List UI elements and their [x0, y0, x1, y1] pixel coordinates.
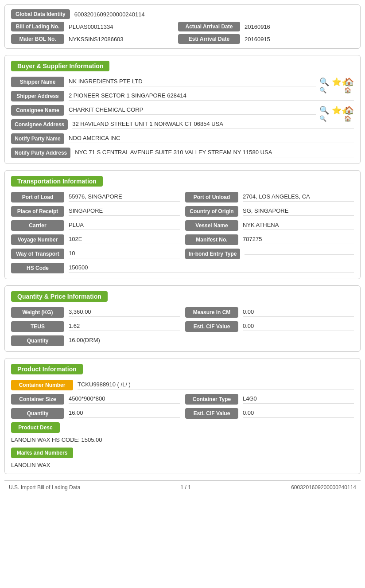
- manifest-no-col: Manifest No. 787275: [185, 234, 354, 245]
- mater-bol-value: NYKSSINS12086603: [69, 36, 178, 43]
- notify-party-address-value: NYC 71 S CENTRAL AVENUE SUITE 310 VALLEY…: [75, 149, 354, 157]
- notify-party-address-row: Notify Party Address NYC 71 S CENTRAL AV…: [11, 148, 354, 158]
- weight-kg-col: Weight (KG) 3,360.00: [11, 307, 180, 318]
- quantity-row: Quantity 16.00(DRM): [11, 335, 354, 346]
- country-of-origin-value: SG, SINGAPORE: [243, 207, 354, 216]
- quantity-label: Quantity: [11, 335, 64, 346]
- place-of-receipt-col: Place of Receipt SINGAPORE: [11, 206, 180, 217]
- product-quantity-cif-row: Quantity 16.00 Esti. CIF Value 0.00: [11, 408, 354, 419]
- product-desc-label-row: Product Desc: [11, 422, 354, 433]
- esti-cif-col: Esti. CIF Value 0.00: [185, 321, 354, 332]
- notify-party-name-label: Notify Party Name: [11, 133, 64, 144]
- esti-arrival-date-label: Esti Arrival Date: [178, 34, 240, 44]
- hs-code-row: HS Code 150500: [11, 263, 354, 273]
- shipper-address-row: Shipper Address 2 PIONEER SECTOR 1 SINGA…: [11, 91, 354, 101]
- port-row: Port of Load 55976, SINGAPORE Port of Un…: [11, 192, 354, 202]
- search-icon[interactable]: 🔍: [319, 77, 329, 87]
- shipper-name-value: NK INGREDIENTS PTE LTD: [69, 78, 316, 86]
- way-of-transport-col: Way of Transport 10: [11, 249, 180, 259]
- product-desc-value: LANOLIN WAX HS CODE: 1505.00: [11, 436, 354, 443]
- mater-bol-label: Mater BOL No.: [11, 34, 64, 44]
- container-number-row: Container Number TCKU9988910 ( /L/ ): [11, 380, 354, 390]
- footer: U.S. Import Bill of Lading Data 1 / 1 60…: [4, 480, 361, 494]
- vessel-name-label: Vessel Name: [185, 220, 238, 231]
- country-of-origin-label: Country of Origin: [185, 206, 238, 217]
- header-section: Global Data Identity 6003201609200000240…: [4, 4, 361, 49]
- weight-kg-label: Weight (KG): [11, 307, 64, 318]
- consignee-search-icon[interactable]: 🔍: [319, 105, 329, 115]
- carrier-value: PLUA: [69, 222, 180, 230]
- voyage-manifest-row: Voyage Number 102E Manifest No. 787275: [11, 234, 354, 245]
- container-size-label: Container Size: [11, 394, 64, 405]
- marks-and-numbers-label: Marks and Numbers: [11, 448, 73, 458]
- page-wrapper: Global Data Identity 6003201609200000240…: [0, 0, 365, 588]
- global-data-row: Global Data Identity 6003201609200000240…: [11, 9, 354, 19]
- receipt-origin-row: Place of Receipt SINGAPORE Country of Or…: [11, 206, 354, 217]
- vessel-name-col: Vessel Name NYK ATHENA: [185, 220, 354, 231]
- footer-left: U.S. Import Bill of Lading Data: [9, 484, 80, 491]
- consignee-star-icon[interactable]: ⭐: [332, 105, 342, 115]
- consignee-address-row: Consignee Address 32 HAVILAND STREET UNI…: [11, 119, 354, 130]
- quantity-price-section: Quantity & Price Information Weight (KG)…: [4, 285, 361, 352]
- global-data-value: 6003201609200000240114: [74, 11, 354, 18]
- teus-value: 1.62: [69, 323, 180, 331]
- shipper-name-label: Shipper Name: [11, 77, 64, 87]
- footer-center: 1 / 1: [181, 484, 191, 491]
- manifest-no-value: 787275: [243, 236, 354, 244]
- esti-arrival-date-value: 20160915: [245, 36, 354, 43]
- quantity-value: 16.00(DRM): [69, 337, 354, 345]
- container-type-col: Container Type L4G0: [185, 394, 354, 405]
- container-size-type-row: Container Size 4500*900*800 Container Ty…: [11, 394, 354, 405]
- consignee-home-icon[interactable]: 🏠: [344, 105, 354, 115]
- way-of-transport-label: Way of Transport: [11, 249, 64, 259]
- actual-arrival-date-label: Actual Arrival Date: [178, 22, 240, 31]
- home-icon[interactable]: 🏠: [344, 77, 354, 87]
- transportation-section: Transportation Information Port of Load …: [4, 170, 361, 279]
- notify-party-name-row: Notify Party Name NDO AMERICA INC: [11, 133, 354, 144]
- notify-party-name-value: NDO AMERICA INC: [69, 135, 354, 143]
- product-title: Product Information: [11, 364, 83, 374]
- teus-label: TEUS: [11, 321, 64, 332]
- in-bond-entry-value: [245, 253, 354, 255]
- port-of-load-col: Port of Load 55976, SINGAPORE: [11, 192, 180, 202]
- shipper-name-row: Shipper Name NK INGREDIENTS PTE LTD 🔍 ⭐ …: [11, 77, 354, 87]
- weight-kg-value: 3,360.00: [69, 308, 180, 317]
- container-number-label: Container Number: [11, 380, 73, 390]
- port-of-unload-col: Port of Unload 2704, LOS ANGELES, CA: [185, 192, 354, 202]
- consignee-address-value: 32 HAVILAND STREET UNIT 1 NORWALK CT 068…: [72, 121, 354, 129]
- product-quantity-col: Quantity 16.00: [11, 408, 180, 419]
- mater-bol-row: Mater BOL No. NYKSSINS12086603 Esti Arri…: [11, 34, 354, 44]
- way-inbond-row: Way of Transport 10 In-bond Entry Type: [11, 249, 354, 259]
- place-of-receipt-value: SINGAPORE: [69, 207, 180, 216]
- hs-code-label: HS Code: [11, 263, 64, 273]
- buyer-supplier-title: Buyer & Supplier Information: [11, 61, 109, 71]
- measure-in-cm-col: Measure in CM 0.00: [185, 307, 354, 318]
- product-esti-cif-value: 0.00: [243, 409, 354, 418]
- container-type-value: L4G0: [243, 395, 354, 404]
- hs-code-value: 150500: [69, 264, 354, 273]
- voyage-number-col: Voyage Number 102E: [11, 234, 180, 245]
- star-icon[interactable]: ⭐: [332, 77, 342, 87]
- bill-of-lading-value: PLUAS00011334: [69, 23, 178, 30]
- measure-in-cm-value: 0.00: [243, 308, 354, 317]
- esti-cif-value: 0.00: [243, 323, 354, 331]
- in-bond-entry-col: In-bond Entry Type: [185, 249, 354, 259]
- bill-of-lading-row: Bill of Lading No. PLUAS00011334 Actual …: [11, 22, 354, 31]
- carrier-col: Carrier PLUA: [11, 220, 180, 231]
- product-quantity-label: Quantity: [11, 408, 64, 419]
- actual-arrival-date-value: 20160916: [245, 23, 354, 30]
- consignee-name-value: CHARKIT CHEMICAL CORP: [69, 106, 316, 115]
- notify-party-address-label: Notify Party Address: [11, 148, 70, 158]
- measure-in-cm-label: Measure in CM: [185, 307, 238, 318]
- port-of-unload-label: Port of Unload: [185, 192, 238, 202]
- buyer-supplier-section: Buyer & Supplier Information Shipper Nam…: [4, 55, 361, 164]
- carrier-vessel-row: Carrier PLUA Vessel Name NYK ATHENA: [11, 220, 354, 231]
- container-type-label: Container Type: [185, 394, 238, 405]
- transportation-title: Transportation Information: [11, 176, 103, 187]
- country-of-origin-col: Country of Origin SG, SINGAPORE: [185, 206, 354, 217]
- product-section: Product Information Container Number TCK…: [4, 358, 361, 474]
- product-desc-label: Product Desc: [11, 422, 60, 433]
- footer-right: 6003201609200000240114: [291, 484, 356, 491]
- product-esti-cif-col: Esti. CIF Value 0.00: [185, 408, 354, 419]
- consignee-name-row: Consignee Name CHARKIT CHEMICAL CORP 🔍 ⭐…: [11, 105, 354, 116]
